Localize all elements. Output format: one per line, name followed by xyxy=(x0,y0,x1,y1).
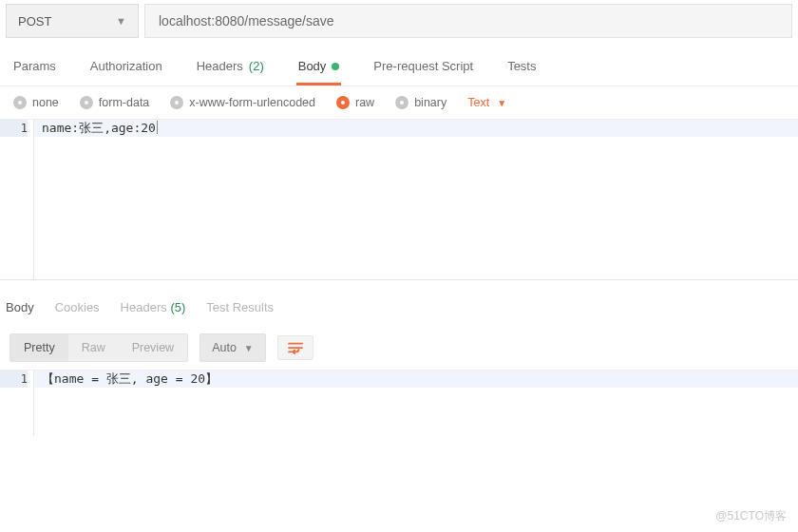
line-number: 1 xyxy=(0,120,28,137)
response-tab-cookies[interactable]: Cookies xyxy=(55,300,100,318)
radio-icon xyxy=(13,96,27,109)
response-view-mode-group: Pretty Raw Preview xyxy=(10,333,188,362)
http-method-value: POST xyxy=(18,14,51,28)
tab-headers-label: Headers xyxy=(197,59,243,73)
response-tab-test-results[interactable]: Test Results xyxy=(206,300,274,318)
tab-headers[interactable]: Headers (2) xyxy=(195,59,266,86)
request-gutter: 1 xyxy=(0,120,34,279)
tab-tests[interactable]: Tests xyxy=(505,59,538,86)
body-type-formdata[interactable]: form-data xyxy=(80,96,150,109)
response-tab-body[interactable]: Body xyxy=(6,300,34,318)
view-raw-button[interactable]: Raw xyxy=(68,334,119,361)
response-tab-bar: Body Cookies Headers (5) Test Results xyxy=(0,287,798,328)
radio-icon xyxy=(80,96,93,109)
view-pretty-button[interactable]: Pretty xyxy=(10,334,68,361)
response-view-controls: Pretty Raw Preview Auto ▼ xyxy=(0,328,798,370)
response-gutter: 1 xyxy=(0,370,34,436)
request-url-input[interactable]: localhost:8080/message/save xyxy=(144,4,792,38)
line-wrap-button[interactable] xyxy=(277,335,314,360)
chevron-down-icon: ▼ xyxy=(244,343,254,353)
body-type-row: none form-data x-www-form-urlencoded raw… xyxy=(0,86,798,120)
chevron-down-icon: ▼ xyxy=(497,98,506,108)
response-code-area[interactable]: 【name = 张三, age = 20】 xyxy=(34,370,798,436)
body-type-raw[interactable]: raw xyxy=(336,96,374,109)
line-number: 1 xyxy=(0,370,28,388)
response-tab-headers-count: (5) xyxy=(170,300,185,314)
response-format-label: Auto xyxy=(212,341,237,354)
request-body-editor[interactable]: 1 name:张三,age:20 xyxy=(0,120,798,279)
radio-icon xyxy=(170,96,183,109)
body-type-none[interactable]: none xyxy=(13,96,59,109)
body-type-formdata-label: form-data xyxy=(99,96,150,109)
tab-prerequest-script[interactable]: Pre-request Script xyxy=(371,59,475,86)
tab-body[interactable]: Body xyxy=(296,59,342,86)
tab-headers-count: (2) xyxy=(249,59,264,73)
body-type-none-label: none xyxy=(32,96,59,109)
line-wrap-icon xyxy=(287,341,304,354)
response-tab-headers[interactable]: Headers (5) xyxy=(121,300,186,318)
radio-icon xyxy=(395,96,408,109)
watermark-text: @51CTO博客 xyxy=(715,508,787,524)
response-tab-headers-label: Headers xyxy=(121,300,167,314)
tab-params[interactable]: Params xyxy=(11,59,58,86)
tab-body-label: Body xyxy=(298,59,327,73)
request-body-line-1[interactable]: name:张三,age:20 xyxy=(34,120,798,137)
body-type-raw-label: raw xyxy=(355,96,374,109)
raw-type-select[interactable]: Text ▼ xyxy=(467,96,506,109)
pane-divider[interactable] xyxy=(0,279,798,287)
request-row: POST ▼ localhost:8080/message/save xyxy=(0,0,798,38)
view-preview-button[interactable]: Preview xyxy=(119,334,187,361)
request-code-area[interactable]: name:张三,age:20 xyxy=(34,120,798,279)
body-type-urlencoded-label: x-www-form-urlencoded xyxy=(189,96,315,109)
response-body-editor[interactable]: 1 【name = 张三, age = 20】 xyxy=(0,370,798,436)
dot-indicator-icon xyxy=(332,63,339,70)
raw-type-select-label: Text xyxy=(467,96,489,109)
body-type-urlencoded[interactable]: x-www-form-urlencoded xyxy=(170,96,315,109)
radio-selected-icon xyxy=(336,96,350,109)
response-body-line-1: 【name = 张三, age = 20】 xyxy=(34,370,798,388)
response-format-select[interactable]: Auto ▼ xyxy=(200,333,266,362)
body-type-binary[interactable]: binary xyxy=(395,96,446,109)
http-method-select[interactable]: POST ▼ xyxy=(6,4,139,38)
body-type-binary-label: binary xyxy=(414,96,446,109)
chevron-down-icon: ▼ xyxy=(116,15,126,27)
request-url-value: localhost:8080/message/save xyxy=(159,13,333,28)
tab-authorization[interactable]: Authorization xyxy=(88,59,164,86)
request-tab-bar: Params Authorization Headers (2) Body Pr… xyxy=(0,38,798,86)
